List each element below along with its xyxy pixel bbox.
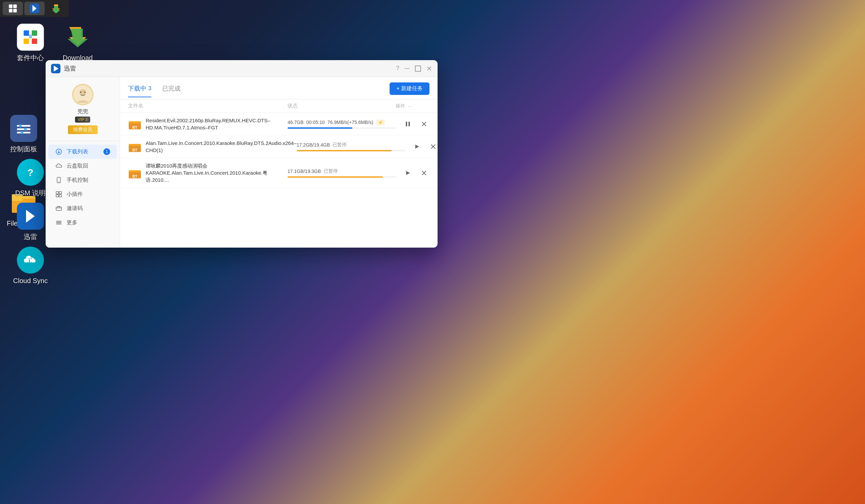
sidebar-item-invite-code[interactable]: 邀请码: [48, 201, 117, 215]
svg-rect-19: [17, 128, 31, 130]
actions-3: [396, 167, 429, 178]
svg-rect-2: [9, 9, 12, 12]
svg-rect-35: [56, 191, 58, 194]
control-panel-label: 控制面板: [10, 144, 37, 153]
desktop-icon-cloud-sync[interactable]: Cloud Sync: [10, 247, 51, 285]
svg-rect-48: [406, 121, 407, 126]
progress-bar-1: [288, 127, 396, 129]
desktop-icon-dsm-help[interactable]: ? DSM 说明: [10, 159, 51, 197]
file-size-3: 17.1GB/19.3GB: [288, 168, 321, 174]
col-filename: 文件名: [128, 103, 288, 109]
svg-text:BT: BT: [132, 148, 138, 152]
file-name-2: Alan.Tam.Live.In.Concert.2010.Karaoke.Bl…: [146, 140, 297, 154]
title-bar: 迅雷 ? ─ ✕: [46, 60, 438, 77]
sidebar-item-phone-control[interactable]: 手机控制: [48, 173, 117, 187]
sidebar: 兜兜 VIP 3 续费会员 下载列表 1: [46, 77, 120, 248]
actions-1: [396, 119, 429, 129]
svg-point-21: [19, 125, 22, 127]
desktop-icon-control-panel[interactable]: 控制面板: [3, 115, 44, 153]
tab-completed[interactable]: 已完成: [162, 84, 181, 97]
svg-point-23: [21, 131, 23, 134]
svg-rect-3: [13, 9, 16, 12]
svg-rect-43: [56, 222, 61, 223]
taskbar-download-btn[interactable]: [46, 2, 66, 15]
svg-rect-10: [24, 38, 29, 44]
sidebar-item-download-list[interactable]: 下载列表 1: [48, 144, 117, 159]
col-actions: 操作 ···: [396, 103, 429, 109]
svg-marker-25: [26, 210, 35, 223]
cancel-btn-1[interactable]: [419, 119, 429, 129]
plugins-label: 小插件: [67, 191, 83, 198]
svg-rect-37: [56, 195, 58, 197]
xunlei-window: 迅雷 ? ─ ✕: [46, 60, 438, 248]
download-list-label: 下载列表: [67, 148, 88, 155]
phone-control-icon: [55, 176, 62, 184]
help-btn[interactable]: ?: [396, 65, 400, 72]
suite-center-label: 套件中心: [17, 54, 44, 62]
svg-rect-36: [59, 191, 61, 194]
folder-icon-1: BT: [128, 117, 141, 131]
desktop-icon-xunlei[interactable]: 迅雷: [10, 203, 51, 241]
svg-point-30: [80, 92, 81, 93]
sidebar-item-cloud-pickup[interactable]: 云盘取回: [48, 159, 117, 173]
svg-point-22: [24, 128, 27, 131]
sidebar-item-plugins[interactable]: 小插件: [48, 187, 117, 201]
new-task-btn[interactable]: + 新建任务: [390, 82, 429, 95]
file-info-3: BT 谭咏麟2010再度感动演唱会KARAOKE.Alan.Tam.Live.I…: [128, 162, 288, 184]
resume-btn-2[interactable]: [412, 141, 422, 152]
tab-bar: 下载中 3 已完成 + 新建任务: [120, 77, 438, 99]
minimize-btn[interactable]: ─: [405, 65, 410, 72]
main-content: 下载中 3 已完成 + 新建任务 文件名 状态 操作 ···: [120, 77, 438, 248]
progress-fill-1: [288, 127, 353, 129]
cancel-btn-3[interactable]: [419, 167, 429, 178]
svg-point-34: [58, 181, 59, 182]
file-size-2: 17.2GB/19.4GB: [297, 142, 330, 148]
pause-btn-1[interactable]: [402, 119, 413, 129]
folder-icon-3: BT: [128, 166, 141, 180]
window-controls: ? ─ ✕: [396, 65, 432, 73]
svg-text:BT: BT: [132, 174, 138, 178]
svg-rect-38: [59, 195, 61, 197]
svg-rect-8: [24, 31, 29, 36]
more-icon: [55, 219, 62, 226]
status-info-2: 17.2GB/19.4GB 已暂停: [297, 142, 405, 151]
renew-btn[interactable]: 续费会员: [68, 125, 97, 134]
svg-rect-44: [56, 224, 61, 224]
svg-rect-39: [56, 207, 61, 210]
download-item: BT Alan.Tam.Live.In.Concert.2010.Karaoke…: [120, 136, 438, 158]
dsm-help-label: DSM 说明: [15, 188, 46, 197]
svg-rect-1: [13, 4, 16, 8]
folder-icon-2: BT: [128, 140, 141, 153]
progress-bar-3: [288, 176, 396, 178]
vip-badge: VIP 3: [75, 117, 90, 122]
cloud-pickup-icon: [55, 162, 62, 169]
window-app-icon: [51, 64, 60, 73]
progress-fill-2: [297, 150, 392, 151]
svg-marker-7: [52, 6, 60, 13]
resume-btn-3[interactable]: [402, 167, 413, 178]
tab-downloading[interactable]: 下载中 3: [128, 84, 151, 97]
col-actions-label: 操作: [396, 103, 405, 109]
time-left-1: 00:05:10: [306, 120, 325, 125]
sidebar-item-more[interactable]: 更多: [48, 215, 117, 230]
tab-downloading-count: 3: [148, 85, 151, 92]
speed-tag-1: ⚡: [376, 120, 385, 125]
svg-text:BT: BT: [132, 125, 138, 129]
svg-rect-20: [17, 132, 31, 133]
maximize-btn[interactable]: [415, 66, 421, 72]
close-btn[interactable]: ✕: [426, 65, 432, 73]
cloud-pickup-label: 云盘取回: [67, 163, 88, 169]
taskbar-xunlei-btn[interactable]: [24, 2, 45, 15]
status-row-3: 17.1GB/19.3GB 已暂停: [288, 168, 396, 174]
desktop-icon-suite-center[interactable]: S 套件中心: [10, 24, 51, 62]
phone-control-label: 手机控制: [67, 177, 88, 184]
taskbar-grid-btn[interactable]: [3, 2, 23, 15]
progress-bar-2: [297, 150, 405, 151]
svg-text:?: ?: [27, 167, 33, 178]
cancel-btn-2[interactable]: [428, 141, 438, 152]
speed-1: 76.9MB/s(+75.6MB/s): [327, 120, 373, 125]
profile-name: 兜兜: [77, 108, 88, 115]
file-info-2: BT Alan.Tam.Live.In.Concert.2010.Karaoke…: [128, 140, 297, 154]
status-row-2: 17.2GB/19.4GB 已暂停: [297, 142, 405, 148]
download-list-badge: 1: [103, 148, 110, 155]
